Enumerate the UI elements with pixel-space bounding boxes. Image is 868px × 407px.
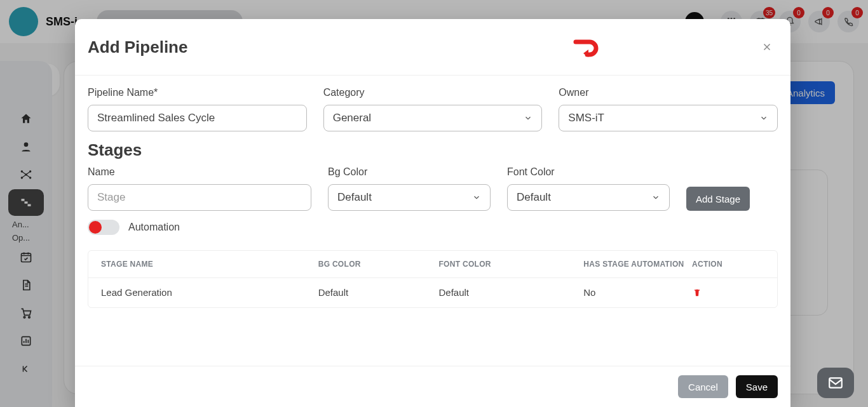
owner-value: SMS-iT [568,112,604,124]
th-bg-color: BG COLOR [318,260,439,269]
pipeline-name-input[interactable]: Streamlined Sales Cycle [88,105,307,131]
pipeline-name-value: Streamlined Sales Cycle [97,112,215,124]
stages-heading: Stages [88,140,778,160]
cancel-button[interactable]: Cancel [678,375,728,398]
cell-has-automation: No [583,287,692,298]
category-value: General [333,112,371,124]
bg-color-value: Default [337,191,372,204]
th-font-color: FONT COLOR [438,260,583,269]
pipeline-name-label: Pipeline Name* [88,87,307,98]
mail-fab[interactable] [817,368,854,398]
category-label: Category [323,87,543,98]
cell-font-color: Default [438,287,583,298]
reload-icon[interactable] [569,33,600,61]
table-row: Lead Generation Default Default No [88,278,777,307]
add-stage-button[interactable]: Add Stage [686,187,750,211]
modal-footer: Cancel Save [75,366,790,407]
automation-toggle[interactable] [88,220,119,235]
stage-table: STAGE NAME BG COLOR FONT COLOR HAS STAGE… [88,250,778,308]
owner-label: Owner [559,87,778,98]
save-label: Save [746,382,768,392]
stage-table-header: STAGE NAME BG COLOR FONT COLOR HAS STAGE… [88,251,777,278]
add-pipeline-modal: Add Pipeline Pipeline Name* Streamlined … [75,19,790,407]
th-stage-name: STAGE NAME [101,260,318,269]
font-color-value: Default [517,191,551,204]
chevron-down-icon [651,193,660,202]
category-select[interactable]: General [323,105,543,131]
cancel-label: Cancel [688,382,718,392]
th-action: ACTION [692,260,764,269]
bg-color-select[interactable]: Default [328,184,491,211]
save-button[interactable]: Save [736,375,778,398]
cell-stage-name: Lead Generation [101,287,318,298]
font-color-select[interactable]: Default [507,184,670,211]
modal-title: Add Pipeline [88,37,187,57]
trash-icon[interactable] [692,287,702,298]
automation-label: Automation [128,222,180,233]
close-icon[interactable] [759,39,775,55]
cell-bg-color: Default [318,287,439,298]
svg-rect-23 [829,378,842,387]
toggle-knob [89,221,102,234]
cell-action [692,287,764,298]
add-stage-label: Add Stage [696,194,740,204]
stage-name-input[interactable]: Stage [88,184,311,211]
modal-body: Pipeline Name* Streamlined Sales Cycle C… [75,76,790,366]
modal-header: Add Pipeline [75,19,790,76]
mail-icon [827,375,844,391]
bg-color-label: Bg Color [328,166,491,178]
th-has-automation: HAS STAGE AUTOMATION [583,260,692,269]
stage-name-label: Name [88,166,311,178]
chevron-down-icon [524,114,532,123]
chevron-down-icon [472,193,481,202]
owner-select[interactable]: SMS-iT [559,105,778,131]
font-color-label: Font Color [507,166,670,178]
stage-name-placeholder: Stage [97,191,125,204]
chevron-down-icon [759,114,768,123]
